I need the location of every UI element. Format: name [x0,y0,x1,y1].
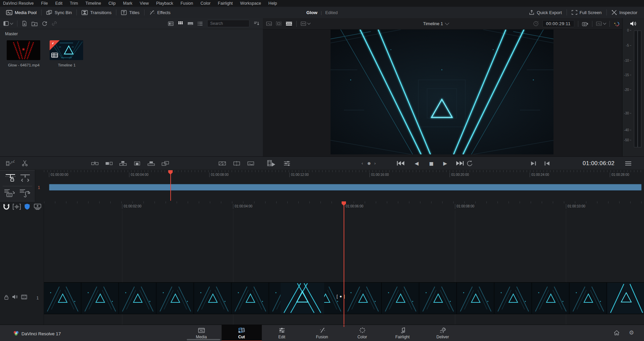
add-camera-icon[interactable] [34,204,42,210]
inspector-button[interactable]: Inspector [607,7,642,18]
search-input[interactable] [207,20,249,27]
tab-deliver[interactable]: Deliver [423,325,463,341]
overview-playhead[interactable] [170,170,171,201]
effects-button[interactable]: Effects [144,7,175,18]
menu-timeline[interactable]: Timeline [82,1,105,6]
split-clip-icon[interactable] [21,157,28,170]
tab-cut[interactable]: Cut [222,325,262,341]
menu-color[interactable]: Color [197,1,214,6]
trim-tool-icon[interactable] [20,174,30,182]
menu-clip[interactable]: Clip [105,1,120,6]
timeline-selector[interactable]: Timeline 1 [423,18,449,29]
menu-fusion[interactable]: Fusion [177,1,197,6]
source-clip-mode-icon[interactable] [266,21,272,26]
snapping-magnet-icon[interactable] [3,203,10,210]
scrub-forward-icon[interactable]: › [374,157,376,170]
resize-control[interactable] [301,21,310,26]
place-on-top-icon[interactable] [148,157,155,170]
video-frame[interactable] [331,30,553,154]
playhead-timecode[interactable]: 01:00:06:02 [583,157,614,170]
insert-to-timeline-icon[interactable] [267,157,277,170]
tab-fusion[interactable]: Fusion [302,325,342,341]
relink-icon[interactable] [42,21,47,26]
menu-workspace[interactable]: Workspace [236,1,265,6]
overview-ruler-ticks[interactable] [44,170,644,172]
menu-app[interactable]: DaVinci Resolve [0,1,37,6]
close-up-icon[interactable] [133,157,141,170]
sync-clip-tool-icon[interactable] [4,189,15,197]
scrub-back-icon[interactable]: ‹ [361,157,363,170]
mute-speaker-icon[interactable] [630,21,637,27]
menu-edit[interactable]: Edit [52,1,66,6]
playback-speed-icon[interactable] [533,21,539,27]
tab-fairlight[interactable]: Fairlight [383,325,423,341]
titles-button[interactable]: Titles [116,7,144,18]
overview-clip-bar[interactable] [49,184,642,191]
audio-waveform-toggle-icon[interactable] [13,204,21,210]
timeline-scrollbar[interactable] [187,339,220,340]
menu-fairlight[interactable]: Fairlight [214,1,236,6]
play-reverse-button[interactable]: ◀ [415,157,419,170]
loop-button[interactable] [466,157,473,170]
track-type-video-icon[interactable] [21,295,27,299]
overlay-select-control[interactable] [596,21,606,26]
project-manager-home-icon[interactable] [613,330,620,336]
import-folder-icon[interactable] [32,21,38,26]
detail-playhead[interactable] [344,201,344,326]
clip-timecode[interactable]: 00:00:29:11 [542,20,574,27]
flag-shield-icon[interactable] [24,203,30,210]
media-clip-timeline[interactable]: Timeline 1 [50,40,84,67]
metadata-view-icon[interactable] [168,21,174,26]
media-clip-glow[interactable]: Glow - 64671.mp4 [7,40,41,67]
menu-file[interactable]: File [37,1,51,6]
tab-edit[interactable]: Edit [262,325,302,341]
transitions-button[interactable]: Transitions [77,7,116,18]
menu-view[interactable]: View [136,1,153,6]
audio-trim-tool-icon[interactable] [19,189,31,197]
smart-insert-icon[interactable] [91,157,99,170]
timeline-mode-icon[interactable] [286,21,292,26]
clip-thumbnail[interactable] [7,40,40,60]
smooth-cut-icon[interactable] [247,157,254,170]
quick-export-button[interactable]: Quick Export [524,7,566,18]
play-to-end-icon[interactable] [531,157,536,170]
tab-color[interactable]: Color [342,325,383,341]
first-frame-button[interactable] [397,157,405,170]
import-media-icon[interactable] [22,21,27,26]
source-tape-mode-icon[interactable] [276,21,282,26]
tab-media[interactable]: Media [181,325,222,341]
menu-trim[interactable]: Trim [66,1,82,6]
last-frame-button[interactable] [456,157,464,170]
track-mute-icon[interactable] [12,294,18,299]
menu-mark[interactable]: Mark [119,1,136,6]
timeline-thumbnail[interactable] [50,40,83,60]
thumbnail-view-icon[interactable] [178,21,183,26]
transition-tool-icon[interactable] [219,157,226,170]
sort-icon[interactable] [254,21,259,26]
play-from-start-icon[interactable] [544,157,550,170]
media-pool-button[interactable]: Media Pool [1,7,41,18]
strip-view-icon[interactable] [187,21,193,26]
sync-bin-button[interactable]: Sync Bin [42,7,76,18]
unlink-icon[interactable] [52,21,57,26]
menu-playback[interactable]: Playback [153,1,177,6]
timeline-options-menu-icon[interactable] [625,157,632,170]
cut-tool-icon[interactable] [233,157,240,170]
track-lock-icon[interactable] [4,295,9,300]
full-screen-button[interactable]: Full Screen [567,7,606,18]
play-button[interactable]: ▶ [443,157,447,170]
stop-button[interactable]: ■ [429,157,433,170]
enhance-icon[interactable] [613,21,620,27]
overview-playhead-handle[interactable] [168,170,173,175]
source-overwrite-icon[interactable] [162,157,169,170]
tools-icon[interactable] [283,157,291,170]
jog-icon[interactable]: ● [367,157,371,170]
ripple-overwrite-icon[interactable] [119,157,127,170]
settings-gear-icon[interactable]: ⚙ [629,329,634,336]
list-view-icon[interactable] [198,21,203,26]
boring-detector-icon[interactable]: zzZ [6,157,16,170]
multicam-icon[interactable] [582,21,588,26]
menu-help[interactable]: Help [265,1,281,6]
append-icon[interactable] [105,157,113,170]
bin-list-toggle[interactable] [3,21,13,26]
